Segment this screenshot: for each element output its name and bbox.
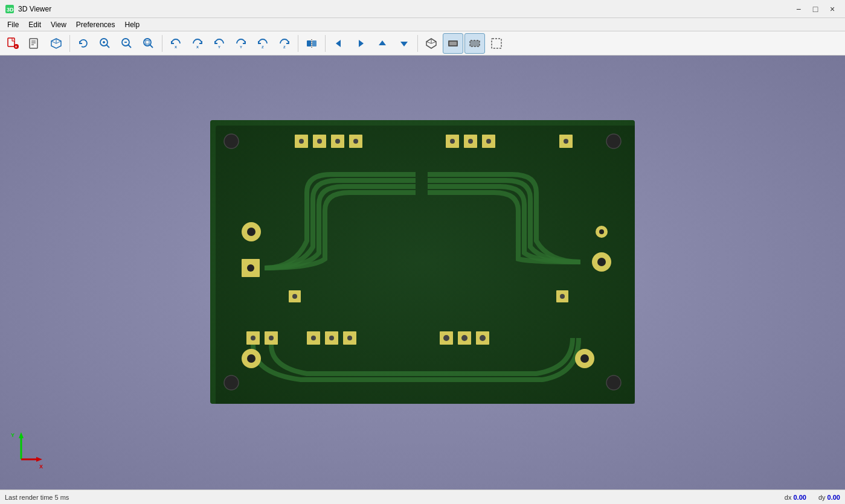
svg-point-79 bbox=[560, 294, 565, 299]
svg-line-11 bbox=[51, 41, 56, 43]
svg-rect-42 bbox=[470, 40, 480, 46]
svg-point-85 bbox=[311, 336, 316, 340]
top-icon bbox=[490, 37, 503, 50]
front-icon bbox=[446, 37, 460, 50]
svg-rect-5 bbox=[30, 39, 37, 48]
back-view-button[interactable] bbox=[464, 33, 485, 54]
pan-right-button[interactable] bbox=[350, 33, 371, 54]
svg-rect-41 bbox=[449, 42, 457, 45]
svg-point-56 bbox=[299, 139, 304, 144]
toolbar-sep-4 bbox=[325, 35, 326, 52]
svg-point-48 bbox=[224, 134, 239, 148]
3d-view-button[interactable] bbox=[46, 33, 66, 54]
svg-marker-35 bbox=[400, 42, 408, 46]
rot-lx-icon: X bbox=[169, 37, 182, 50]
dx-value: 0.00 bbox=[793, 494, 806, 501]
render-time: Last render time 5 ms bbox=[5, 494, 69, 501]
svg-line-21 bbox=[150, 45, 153, 48]
zoom-fit-icon bbox=[142, 37, 155, 50]
svg-point-87 bbox=[329, 336, 334, 340]
svg-rect-2 bbox=[8, 38, 14, 46]
menu-edit[interactable]: Edit bbox=[24, 19, 46, 30]
open-icon bbox=[28, 37, 41, 50]
svg-point-71 bbox=[247, 264, 254, 272]
front-view-button[interactable] bbox=[443, 33, 463, 54]
top-view-button[interactable] bbox=[486, 33, 507, 54]
svg-rect-22 bbox=[146, 40, 149, 44]
zoom-out-icon bbox=[120, 37, 133, 50]
menu-help[interactable]: Help bbox=[120, 19, 145, 30]
svg-text:3D: 3D bbox=[7, 7, 14, 13]
svg-text:Z: Z bbox=[283, 45, 286, 49]
zoom-in-icon bbox=[98, 37, 112, 50]
refresh-button[interactable] bbox=[73, 33, 94, 54]
rot-ly-button[interactable]: Y bbox=[209, 33, 230, 54]
maximize-button[interactable]: □ bbox=[808, 3, 823, 15]
svg-point-93 bbox=[461, 335, 467, 341]
zoom-fit-button[interactable] bbox=[138, 33, 159, 54]
pan-left-button[interactable] bbox=[329, 33, 349, 54]
new-button[interactable]: + bbox=[2, 33, 23, 54]
refresh-icon bbox=[77, 37, 90, 50]
viewport[interactable]: Y X bbox=[0, 56, 845, 490]
minimize-button[interactable]: − bbox=[791, 3, 806, 15]
menu-bar: File Edit View Preferences Help bbox=[0, 18, 845, 31]
menu-file[interactable]: File bbox=[2, 19, 24, 30]
pan-up-icon bbox=[376, 37, 389, 50]
svg-marker-33 bbox=[359, 40, 364, 47]
svg-marker-32 bbox=[336, 40, 341, 47]
svg-text:X: X bbox=[196, 45, 199, 49]
zoom-out-button[interactable] bbox=[117, 33, 137, 54]
svg-marker-101 bbox=[19, 432, 24, 438]
rot-lx-button[interactable]: X bbox=[165, 33, 186, 54]
pcb-canvas bbox=[210, 120, 635, 404]
rot-ry-button[interactable]: Y bbox=[231, 33, 251, 54]
svg-text:Y: Y bbox=[218, 45, 220, 49]
pan-down-button[interactable] bbox=[394, 33, 414, 54]
back-icon bbox=[468, 37, 481, 50]
svg-text:Z: Z bbox=[262, 45, 264, 49]
rot-ry-icon: Y bbox=[234, 37, 248, 50]
close-button[interactable]: × bbox=[824, 3, 840, 15]
svg-point-67 bbox=[564, 139, 568, 144]
svg-text:X: X bbox=[39, 464, 43, 468]
svg-rect-29 bbox=[307, 40, 311, 46]
zoom-in-button[interactable] bbox=[95, 33, 115, 54]
svg-point-99 bbox=[580, 354, 589, 363]
window-title: 3D Viewer bbox=[18, 5, 51, 13]
svg-point-75 bbox=[597, 258, 606, 266]
svg-rect-30 bbox=[312, 40, 316, 46]
svg-point-83 bbox=[269, 336, 274, 340]
title-bar: 3D 3D Viewer − □ × bbox=[0, 0, 845, 18]
svg-text:+: + bbox=[15, 45, 18, 49]
status-bar: Last render time 5 ms dx 0.00 dy 0.00 bbox=[0, 490, 845, 504]
rot-rx-button[interactable]: X bbox=[187, 33, 208, 54]
rot-rz-button[interactable]: Z bbox=[274, 33, 295, 54]
menu-view[interactable]: View bbox=[46, 19, 71, 30]
new-icon: + bbox=[6, 37, 19, 50]
svg-line-38 bbox=[426, 42, 431, 43]
toolbar: + bbox=[0, 31, 845, 56]
toolbar-sep-1 bbox=[69, 35, 70, 52]
svg-point-81 bbox=[251, 336, 255, 340]
svg-point-65 bbox=[486, 139, 491, 144]
rot-lz-icon: Z bbox=[256, 37, 269, 50]
flip-button[interactable] bbox=[301, 33, 322, 54]
pan-left-icon bbox=[332, 37, 345, 50]
axes-indicator: Y X bbox=[6, 426, 48, 468]
svg-rect-44 bbox=[492, 39, 501, 48]
rot-lz-button[interactable]: Z bbox=[252, 33, 273, 54]
svg-marker-103 bbox=[36, 457, 42, 462]
title-left: 3D 3D Viewer bbox=[5, 4, 51, 14]
dy-label: dy 0.00 bbox=[818, 494, 840, 501]
svg-point-51 bbox=[606, 375, 621, 390]
coordinates: dx 0.00 dy 0.00 bbox=[785, 494, 840, 501]
svg-point-95 bbox=[480, 335, 486, 341]
svg-point-49 bbox=[606, 134, 621, 148]
iso-view-button[interactable] bbox=[421, 33, 442, 54]
pan-up-button[interactable] bbox=[372, 33, 393, 54]
svg-point-64 bbox=[468, 139, 473, 144]
menu-preferences[interactable]: Preferences bbox=[71, 19, 120, 30]
app-icon: 3D bbox=[5, 4, 14, 14]
open-button[interactable] bbox=[24, 33, 45, 54]
